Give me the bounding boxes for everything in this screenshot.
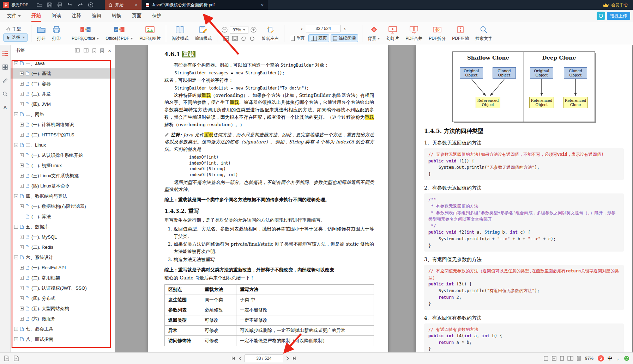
single-page-button[interactable]: 单页	[289, 35, 307, 42]
tab-home[interactable]: 开始 ×	[105, 0, 141, 10]
bookmark-item[interactable]: +(一). MySQL	[11, 232, 115, 242]
tab-document[interactable]: Java中高级核心知识全面解析.pdf ×	[141, 0, 268, 10]
menu-item-注释[interactable]: 注释	[72, 13, 81, 19]
expand-icon[interactable]: +	[20, 133, 24, 137]
bookmark-item[interactable]: +(二). Redis	[11, 242, 115, 252]
bookmark-item[interactable]: +(一). 计算机网络知识	[11, 119, 115, 130]
bookmark-item[interactable]: (二). 算法	[11, 211, 115, 222]
print-icon[interactable]	[57, 2, 62, 7]
collapse-icon[interactable]: -	[14, 143, 18, 147]
expand-icon[interactable]: +	[14, 327, 18, 331]
bookmark-item[interactable]: -二、网络	[11, 109, 115, 119]
expand-icon[interactable]: +	[20, 184, 24, 188]
menu-item-文件[interactable]: 文件	[7, 13, 21, 19]
expand-icon[interactable]: +	[20, 123, 24, 127]
pdf-compress-button[interactable]: PDF压缩	[449, 22, 472, 45]
collapse-icon[interactable]: -	[14, 112, 18, 116]
prev-page-button[interactable]: ‹	[300, 26, 304, 32]
bookmark-item[interactable]: +(一). 从认识操作系统开始	[11, 150, 115, 160]
bookmark-item[interactable]: +(三) Linux文件系统概览	[11, 171, 115, 181]
bookmark-item[interactable]: +(二). 常用框架	[11, 273, 115, 283]
pdf-split-button[interactable]: PDF拆分	[426, 22, 449, 45]
collapse-icon[interactable]: -	[14, 225, 18, 229]
bookmark-item[interactable]: +(一). 基础	[11, 68, 115, 79]
rotate-pages-button[interactable]: 旋转左右	[259, 22, 282, 45]
menu-item-开始[interactable]: 开始	[31, 13, 41, 19]
bookmark-item[interactable]: -六、系统设计	[11, 252, 115, 263]
double-page-icon[interactable]	[567, 356, 573, 361]
tab-document-close-icon[interactable]: ×	[260, 2, 264, 8]
expand-icon[interactable]: +	[20, 72, 24, 75]
annotations-panel-button[interactable]	[2, 77, 9, 84]
office-to-pdf-button[interactable]: WP Office转PDF	[102, 22, 136, 45]
search-panel-button[interactable]	[2, 90, 9, 97]
expand-panel-icon[interactable]	[75, 48, 80, 53]
menu-item-编辑[interactable]: 编辑	[92, 13, 101, 19]
expand-icon[interactable]: +	[20, 174, 24, 178]
open-file-icon[interactable]	[37, 2, 42, 7]
bookmarks-panel-button[interactable]	[2, 50, 9, 57]
attachments-panel-button[interactable]: A	[2, 104, 9, 111]
ime-emoji-icon[interactable]	[624, 356, 629, 361]
member-center-link[interactable]: 会员中心	[611, 2, 628, 8]
bookmark-item[interactable]: +(五). 大型网站架构	[11, 303, 115, 314]
continuous-scroll-button[interactable]: 连续阅读	[331, 35, 358, 42]
expand-icon[interactable]: +	[20, 204, 24, 208]
extract-page-icon[interactable]	[14, 356, 19, 361]
select-tool-button[interactable]: 选择	[4, 34, 28, 41]
background-button[interactable]: 背景	[364, 22, 383, 45]
ime-language-icon[interactable]: 中	[608, 355, 612, 362]
zoom-in-button[interactable]	[251, 27, 257, 33]
expand-icon[interactable]: +	[20, 245, 24, 249]
fit-width-icon[interactable]	[552, 356, 556, 361]
expand-icon[interactable]: +	[20, 307, 24, 310]
fit-page-icon[interactable]	[544, 356, 548, 361]
add-bookmark-icon[interactable]	[92, 48, 96, 53]
delete-bookmark-icon[interactable]	[100, 48, 104, 53]
menu-item-保护[interactable]: 保护	[152, 13, 162, 19]
bookmark-item[interactable]: +(四). 分布式	[11, 293, 115, 303]
zoom-out-button[interactable]	[222, 27, 228, 33]
tab-home-close-icon[interactable]: ×	[134, 2, 138, 8]
thumbnails-panel-button[interactable]	[2, 63, 9, 70]
statusbar-page-input[interactable]: 33 / 524	[245, 354, 283, 362]
next-page-button[interactable]: ›	[343, 26, 347, 32]
next-page-button[interactable]	[286, 356, 289, 360]
assistant-icon[interactable]	[88, 2, 94, 8]
expand-icon[interactable]: +	[14, 337, 18, 341]
bookmark-item[interactable]: +(二). 初探Linux	[11, 160, 115, 171]
bookmark-item[interactable]: -一、Java	[11, 58, 115, 68]
expand-icon[interactable]: +	[20, 235, 24, 239]
expand-icon[interactable]: +	[20, 153, 24, 157]
menu-item-阅读[interactable]: 阅读	[52, 13, 61, 19]
expand-icon[interactable]: +	[20, 82, 24, 86]
collapse-icon[interactable]: -	[14, 194, 18, 198]
expand-icon[interactable]: +	[20, 286, 24, 290]
bookmark-item[interactable]: -五、数据库	[11, 222, 115, 232]
expand-icon[interactable]: +	[20, 92, 24, 96]
last-page-button[interactable]	[292, 356, 297, 360]
collapse-panel-icon[interactable]	[84, 48, 89, 53]
bookmark-item[interactable]: +(四). JVM	[11, 99, 115, 109]
bookmark-item[interactable]: +(六). 微服务	[11, 314, 115, 324]
close-sidebar-icon[interactable]: ×	[108, 48, 111, 54]
pdf-to-office-button[interactable]: PW PDF转Office	[68, 22, 102, 45]
collapse-icon[interactable]: -	[14, 61, 18, 65]
ime-punctuation-icon[interactable]: ，	[616, 355, 620, 362]
sogou-ime-icon[interactable]: S	[598, 355, 604, 362]
print-button[interactable]: 打印	[49, 22, 64, 45]
slideshow-button[interactable]: 幻灯片	[383, 22, 402, 45]
statusbar-zoom-level[interactable]: 97%	[585, 356, 593, 361]
expand-icon[interactable]: +	[20, 317, 24, 321]
expand-icon[interactable]: +	[20, 102, 24, 106]
read-mode-button[interactable]: 阅读模式	[168, 22, 192, 45]
rotate-left-icon[interactable]	[241, 36, 246, 41]
bookmark-item[interactable]: +(三). 并发	[11, 89, 115, 99]
zoom-level-select[interactable]: 97%	[230, 26, 248, 34]
cloud-sync-icon[interactable]	[597, 12, 605, 20]
first-page-button[interactable]	[231, 356, 236, 360]
expand-icon[interactable]: +	[20, 164, 24, 167]
pdf-to-image-button[interactable]: PDF转图片	[136, 22, 164, 45]
bookmark-item[interactable]: +七、必会工具	[11, 324, 115, 334]
bookmark-item[interactable]: +(二). HTTPS中的TLS	[11, 130, 115, 140]
